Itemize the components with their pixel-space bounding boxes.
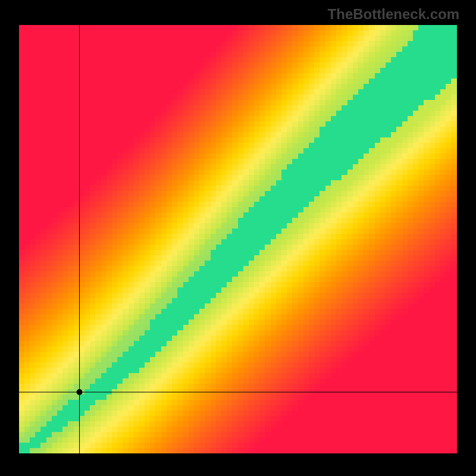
watermark-text: TheBottleneck.com (328, 6, 459, 23)
chart-stage: TheBottleneck.com (0, 0, 476, 476)
heatmap-canvas (19, 25, 457, 453)
